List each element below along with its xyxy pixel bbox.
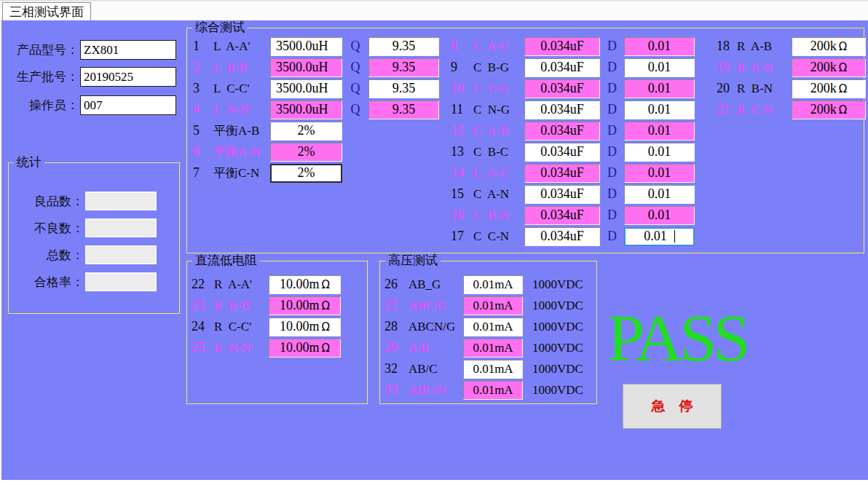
hv-test-group: 高压测试 26 AB_G 0.01mA 1000VDC 27 ABC/G 0.0… <box>379 260 597 404</box>
test-row: 29 A/B 0.01mA 1000VDC <box>384 337 583 358</box>
measured-value-field[interactable]: 3500.0uH <box>270 37 342 56</box>
measured-value-field[interactable]: 0.034uF <box>524 79 600 98</box>
tab-three-phase-test[interactable]: 三相测试界面 <box>2 2 91 21</box>
stat-row: 不良数： <box>15 218 157 237</box>
param-value-field[interactable]: 9.35 <box>368 100 439 119</box>
test-point-label: L A-A' <box>213 39 270 54</box>
test-row: 5 平衡A-B 2% <box>192 120 342 141</box>
test-point-label: L C-C' <box>213 82 270 96</box>
measured-value-field[interactable]: 200kΩ <box>792 58 866 77</box>
header-field-input[interactable]: ZX801 <box>80 40 176 60</box>
test-point-label: 平衡A-N <box>213 143 270 160</box>
test-point-label: C C-N <box>473 229 524 244</box>
row-number: 7 <box>192 165 213 181</box>
value-text: 200k <box>810 102 837 117</box>
resistance-rows: 18 R A-B 200kΩ 19 R A-N 200kΩ 20 R B-N <box>717 36 866 120</box>
measured-value-field[interactable]: 0.034uF <box>524 58 600 77</box>
measured-value-field[interactable]: 3500.0uH <box>270 100 342 119</box>
test-row: 22 R A-A' 10.00mΩ <box>192 274 341 295</box>
test-point-label: 平衡A-B <box>213 122 270 139</box>
param-value-field[interactable]: 0.01 <box>624 100 695 119</box>
param-value-field[interactable]: 9.35 <box>368 79 439 98</box>
measured-value-field[interactable]: 0.01mA <box>463 296 523 315</box>
param-label: Q <box>342 39 368 54</box>
row-number: 17 <box>451 229 473 244</box>
param-value-field[interactable]: 0.01 <box>624 164 695 183</box>
measured-value-field[interactable]: 10.00mΩ <box>269 318 341 336</box>
measured-value-field[interactable]: 0.01mA <box>463 360 523 379</box>
measured-value-field[interactable]: 0.034uF <box>524 100 600 119</box>
test-row: 14 C A-C 0.034uF D 0.01 <box>451 162 695 184</box>
value-text: 10.00m <box>280 340 320 355</box>
header-field-label: 操作员： <box>6 97 79 114</box>
ohm-unit-label: Ω <box>322 342 330 355</box>
header-field-input[interactable]: 20190525 <box>80 67 176 87</box>
row-number: 24 <box>192 319 214 334</box>
measured-value-field[interactable]: 10.00mΩ <box>269 296 341 315</box>
measured-value-field[interactable]: 0.034uF <box>524 227 600 246</box>
dc-rows: 22 R A-A' 10.00mΩ 23 R B-B' 10.00mΩ 24 R… <box>192 274 341 358</box>
test-point-label: R C-C' <box>214 320 269 334</box>
param-value-field[interactable]: 9.35 <box>368 58 439 77</box>
measured-value-field[interactable]: 0.01mA <box>463 381 523 400</box>
measured-value-field[interactable]: 3500.0uH <box>270 58 342 77</box>
param-value-field[interactable]: 0.01 <box>624 185 695 204</box>
test-row: 25 R N-N' 10.00mΩ <box>192 337 341 358</box>
measured-value-field[interactable]: 0.01mA <box>463 339 523 358</box>
test-row: 6 平衡A-N 2% <box>192 141 342 162</box>
measured-value-field[interactable]: 200kΩ <box>792 100 866 119</box>
test-row: 21 R C-N 200kΩ <box>717 99 866 120</box>
param-value-field[interactable]: 0.01 <box>624 227 695 246</box>
inductance-rows: 1 L A-A' 3500.0uH Q 9.35 2 L B-B' 3500.0… <box>192 36 439 120</box>
row-number: 32 <box>384 361 409 376</box>
stats-group: 统计 良品数： 不良数： 总数： <box>7 162 180 314</box>
test-point-label: R A-N <box>737 60 792 75</box>
measured-value-field[interactable]: 200kΩ <box>792 79 866 98</box>
measured-value-field[interactable]: 2% <box>270 164 342 183</box>
test-row: 11 C N-G 0.034uF D 0.01 <box>451 99 695 120</box>
param-value-field[interactable]: 0.01 <box>624 143 695 162</box>
param-value-field[interactable]: 0.01 <box>624 58 695 77</box>
ohm-unit-label: Ω <box>839 103 847 117</box>
value-text: 10.00m <box>280 277 320 292</box>
measured-value-field[interactable]: 3500.0uH <box>270 79 342 98</box>
hv-group-title: 高压测试 <box>385 253 441 268</box>
param-value-field[interactable]: 0.01 <box>624 37 695 56</box>
row-number: 19 <box>717 60 737 75</box>
row-number: 8 <box>451 39 473 54</box>
measured-value-field[interactable]: 0.034uF <box>524 37 600 56</box>
measured-value-field[interactable]: 2% <box>270 143 342 162</box>
measured-value-field[interactable]: 0.01mA <box>463 275 523 294</box>
test-point-label: R C-N <box>737 103 792 117</box>
capacitance-rows: 8 C A-G 0.034uF D 0.01 9 C B-G 0.034uF D… <box>451 36 695 247</box>
measured-value-field[interactable]: 10.00mΩ <box>269 339 341 358</box>
param-value-field[interactable]: 0.01 <box>624 206 695 225</box>
param-label: Q <box>342 81 368 96</box>
stat-value-box <box>85 245 157 264</box>
measured-value-field[interactable]: 0.034uF <box>524 185 600 204</box>
measured-value-field[interactable]: 0.01mA <box>463 318 523 336</box>
param-value-field[interactable]: 0.01 <box>624 79 695 98</box>
param-label: Q <box>342 60 368 75</box>
param-value-field[interactable]: 0.01 <box>624 122 695 141</box>
value-text: 10.00m <box>280 298 320 313</box>
row-number: 5 <box>192 123 213 138</box>
measured-value-field[interactable]: 0.034uF <box>524 122 600 141</box>
row-number: 9 <box>451 60 473 75</box>
param-label: D <box>600 81 624 96</box>
balance-rows: 5 平衡A-B 2% 6 平衡A-N 2% 7 平衡C-N 2% <box>192 120 342 184</box>
row-number: 1 <box>192 39 213 54</box>
measured-value-field[interactable]: 200kΩ <box>792 37 866 56</box>
header-field-input[interactable]: 007 <box>80 95 176 115</box>
row-number: 15 <box>451 186 473 202</box>
measured-value-field[interactable]: 0.034uF <box>524 164 600 183</box>
comprehensive-group-title: 综合测试 <box>192 20 248 35</box>
measured-value-field[interactable]: 2% <box>270 122 342 141</box>
emergency-stop-button[interactable]: 急 停 <box>623 384 722 429</box>
measured-value-field[interactable]: 0.034uF <box>524 143 600 162</box>
test-point-label: A/B <box>409 341 463 355</box>
param-value-field[interactable]: 9.35 <box>368 37 439 56</box>
measured-value-field[interactable]: 0.034uF <box>524 206 600 225</box>
test-row: 33 ABC/N 0.01mA 1000VDC <box>384 379 583 401</box>
measured-value-field[interactable]: 10.00mΩ <box>269 275 341 294</box>
